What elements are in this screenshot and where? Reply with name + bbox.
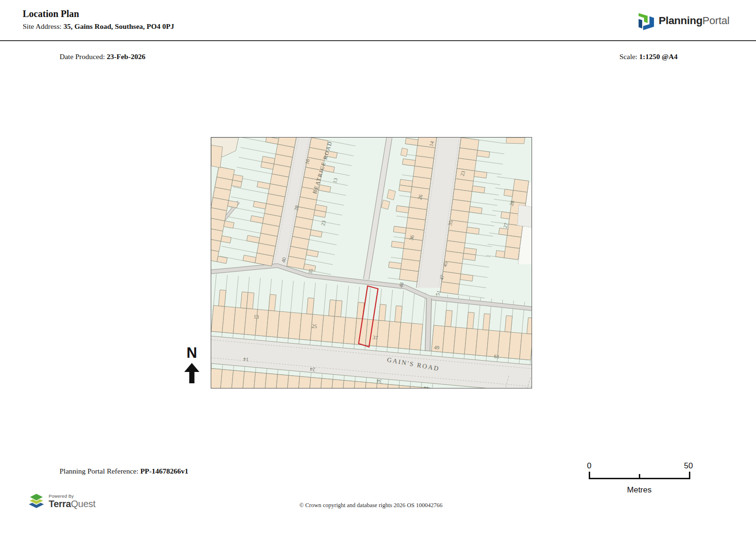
- scale-bar-unit: Metres: [627, 485, 652, 494]
- map-house-number: 25: [311, 323, 318, 329]
- map-house-number: 37: [372, 335, 378, 341]
- map-scale-text: Scale: 1:1250 @A4: [619, 52, 678, 61]
- scale-bar-start: 0: [587, 461, 591, 470]
- copyright-notice: © Crown copyright and database rights 20…: [0, 502, 742, 509]
- site-address-value: 35, Gains Road, Southsea, PO4 0PJ: [63, 22, 174, 30]
- north-arrow: N: [182, 345, 201, 386]
- map-house-number: 34: [376, 378, 382, 384]
- map-house-number: 24: [309, 366, 316, 372]
- planning-portal-wordmark: PlanningPortal: [659, 15, 730, 27]
- planning-portal-reference: Planning Portal Reference: PP-14678266v1: [60, 467, 189, 475]
- powered-by-label: Powered By: [49, 494, 95, 499]
- north-arrow-icon: [182, 363, 201, 384]
- map-house-number: 14: [243, 356, 249, 362]
- page-title: Location Plan: [23, 9, 79, 19]
- header-divider: [0, 40, 756, 41]
- location-map: 1628401323351426364823354547512827132537…: [211, 137, 532, 388]
- planning-portal-icon: [633, 9, 655, 32]
- map-house-number: 13: [253, 314, 259, 320]
- site-address: Site Address: 35, Gains Road, Southsea, …: [23, 22, 174, 31]
- map-svg: 1628401323351426364823354547512827132537…: [211, 138, 532, 388]
- date-produced: Date Produced: 23-Feb-2026: [60, 52, 146, 61]
- scale-bar: 0 50 Metres: [576, 457, 698, 498]
- planning-portal-logo: PlanningPortal: [633, 9, 730, 32]
- map-house-number: 61: [494, 354, 499, 360]
- map-house-number: 49: [434, 345, 440, 351]
- location-plan-page: Location Plan Site Address: 35, Gains Ro…: [0, 0, 756, 535]
- scale-bar-end: 50: [684, 461, 693, 470]
- site-address-label: Site Address:: [23, 22, 63, 30]
- north-label: N: [182, 345, 201, 360]
